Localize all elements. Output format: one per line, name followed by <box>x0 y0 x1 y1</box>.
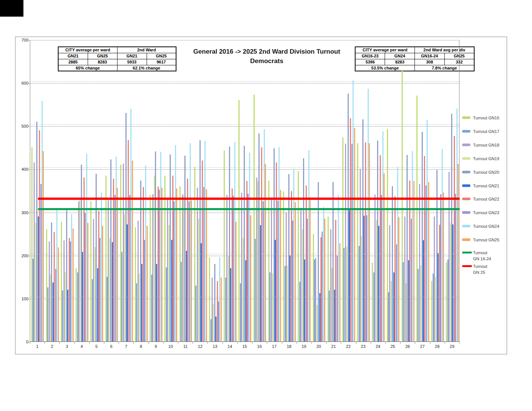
x-axis-tick <box>282 342 282 344</box>
bar-turnout-gn25-div-4[interactable] <box>87 223 88 341</box>
dashed-gridline-500 <box>30 124 459 125</box>
x-axis-tick <box>341 342 341 344</box>
x-axis-tick <box>148 342 149 344</box>
bar-turnout-gn25-div-14[interactable] <box>235 222 237 341</box>
x-axis-label-2: 2 <box>46 344 58 349</box>
bar-turnout-gn25-div-8[interactable] <box>147 226 148 341</box>
dashed-gridline-300 <box>30 211 459 211</box>
legend-item-label: Turnout GN25 <box>473 237 499 243</box>
dashed-gridline-200 <box>30 254 459 254</box>
legend-line-swatch-icon <box>462 265 472 267</box>
bar-turnout-gn25-div-23[interactable] <box>369 143 370 341</box>
y-axis-tick <box>28 40 30 40</box>
bar-turnout-gn25-div-26[interactable] <box>413 181 414 341</box>
legend-item-label: Turnout GN17 <box>473 128 499 134</box>
bar-turnout-gn25-div-22[interactable] <box>354 128 355 341</box>
x-axis-label-8: 8 <box>135 344 147 349</box>
y-axis-tick <box>28 169 30 170</box>
x-axis-label-13: 13 <box>209 344 221 349</box>
bar-turnout-gn25-div-10[interactable] <box>176 189 177 341</box>
x-axis-label-24: 24 <box>372 344 384 349</box>
legend-swatch-icon <box>462 144 470 146</box>
x-axis-tick <box>119 342 119 344</box>
x-axis-tick <box>326 342 326 344</box>
x-axis-tick <box>223 342 223 344</box>
legend-item-label: Turnout GN20 <box>473 169 499 175</box>
bar-turnout-gn25-div-5[interactable] <box>102 226 103 341</box>
x-axis-label-5: 5 <box>91 344 102 349</box>
bar-turnout-gn25-div-25[interactable] <box>398 217 399 341</box>
y-axis-label-700: 700 <box>15 38 28 42</box>
bar-turnout-gn25-div-2[interactable] <box>58 247 59 341</box>
bar-turnout-gn25-div-20[interactable] <box>324 219 325 341</box>
bar-turnout-gn25-div-18[interactable] <box>295 202 296 341</box>
y-axis-tick <box>28 213 30 213</box>
x-axis-tick <box>385 342 386 344</box>
y-axis-label-100: 100 <box>15 297 28 301</box>
y-axis-tick <box>28 83 30 83</box>
bar-turnout-gn25-div-28[interactable] <box>443 193 444 341</box>
legend-line-swatch-icon <box>462 252 472 253</box>
bar-turnout-gn25-div-1[interactable] <box>43 151 44 342</box>
legend-item-label: GN 25 <box>473 269 487 275</box>
bar-turnout-gn25-div-15[interactable] <box>250 215 251 341</box>
bar-turnout-gn25-div-13[interactable] <box>221 278 222 341</box>
x-axis-label-21: 21 <box>328 344 339 349</box>
hline-turnout-gn-25[interactable] <box>38 198 460 200</box>
bar-turnout-gn25-div-29[interactable] <box>458 164 459 341</box>
x-axis-label-12: 12 <box>195 344 206 349</box>
x-axis-tick <box>207 342 208 344</box>
x-axis-tick <box>252 342 252 344</box>
bar-turnout-gn25-div-3[interactable] <box>73 229 74 341</box>
legend-item-label: Turnout GN16 <box>473 115 499 121</box>
y-axis-label-600: 600 <box>15 81 28 85</box>
x-axis-tick <box>445 342 445 344</box>
x-axis-tick <box>89 342 90 344</box>
x-axis-label-20: 20 <box>313 344 325 349</box>
x-axis-label-15: 15 <box>239 344 251 349</box>
bar-turnout-gn25-div-19[interactable] <box>309 197 311 341</box>
x-axis-label-28: 28 <box>431 344 443 349</box>
y-axis-label-500: 500 <box>15 124 28 128</box>
bar-turnout-gn25-div-27[interactable] <box>428 182 429 341</box>
legend-swatch-icon <box>462 130 470 133</box>
x-axis-tick <box>430 342 430 344</box>
x-axis-label-4: 4 <box>76 344 87 349</box>
bar-turnout-gn25-div-17[interactable] <box>280 190 281 341</box>
x-axis-tick <box>193 342 193 344</box>
hline-turnout-gn-16-24[interactable] <box>38 208 460 210</box>
legend-swatch-icon <box>462 184 470 187</box>
bar-turnout-gn25-div-7[interactable] <box>132 161 133 341</box>
y-axis-label-200: 200 <box>15 253 28 258</box>
legend-item-label-group: TurnoutGN 25 <box>473 263 487 275</box>
x-axis-label-1: 1 <box>32 344 43 349</box>
y-axis-tick <box>28 299 30 299</box>
x-axis-tick <box>371 342 371 344</box>
x-axis-tick <box>356 342 356 344</box>
legend-item-label: Turnout GN19 <box>473 156 499 162</box>
legend-item-label: Turnout GN23 <box>473 210 499 216</box>
x-axis-tick <box>74 342 75 344</box>
bar-turnout-gn25-div-21[interactable] <box>339 243 340 341</box>
window-corner-box <box>0 0 23 17</box>
legend-item-label: GN 16-24 <box>473 256 491 262</box>
x-axis-tick <box>163 342 164 344</box>
legend[interactable]: Turnout GN16Turnout GN17Turnout GN18Turn… <box>462 37 507 355</box>
x-axis-label-26: 26 <box>402 344 413 349</box>
bar-turnout-gn25-div-11[interactable] <box>191 200 192 341</box>
x-axis-tick <box>45 342 45 344</box>
x-axis-label-22: 22 <box>343 344 354 349</box>
bar-turnout-gn25-div-16[interactable] <box>265 164 266 341</box>
bar-turnout-gn25-div-12[interactable] <box>206 189 207 341</box>
legend-item-label: Turnout GN22 <box>473 196 499 202</box>
legend-swatch-icon <box>462 225 470 227</box>
x-axis-tick <box>459 342 460 344</box>
legend-swatch-icon <box>462 211 470 214</box>
x-axis-label-27: 27 <box>417 344 428 349</box>
x-axis-label-16: 16 <box>254 344 265 349</box>
screenshot-canvas: General 2016 -> 2025 2nd Ward Division T… <box>0 0 532 411</box>
x-axis-label-6: 6 <box>106 344 117 349</box>
legend-item-label: Turnout <box>473 263 487 269</box>
x-axis-label-10: 10 <box>165 344 176 349</box>
legend-item-label: Turnout GN21 <box>473 183 499 189</box>
